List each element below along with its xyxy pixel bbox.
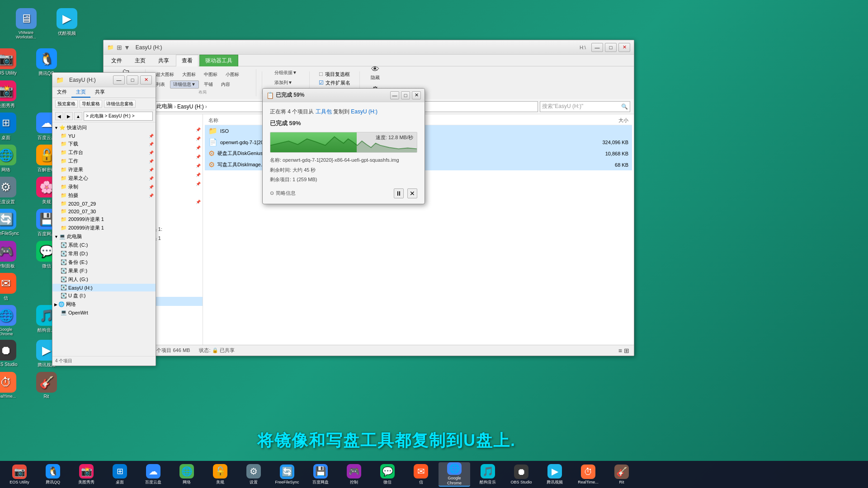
second-tree-2020-29[interactable]: 📁 2020_07_29 xyxy=(52,200,156,207)
pause-btn[interactable]: ⏸ xyxy=(394,188,404,198)
detail-btn[interactable]: 详细信息▼ xyxy=(170,80,199,89)
taskbar-tengxun[interactable]: ▶ 腾讯视频 xyxy=(539,462,571,487)
second-tree-yingguozx[interactable]: 📁 迎果之心 📌 xyxy=(52,174,156,183)
second-up-btn[interactable]: ▲ xyxy=(74,112,82,120)
desktop-icon-youku[interactable]: ▶ 优酷视频 xyxy=(49,8,85,39)
sidebar-icon-meitu[interactable]: 📸 美图秀秀 xyxy=(0,80,24,109)
taskbar-wechat[interactable]: 💬 微信 xyxy=(372,462,403,487)
second-tree-200999b[interactable]: 📁 200999许逆果 1 xyxy=(52,224,156,232)
taskbar-meigui[interactable]: 🔓 美规 xyxy=(204,462,236,487)
desktop-icon-vmware[interactable]: 🖥 VMwareWorkstati... xyxy=(8,8,44,39)
dialog-minimize-btn[interactable]: — xyxy=(390,91,399,99)
medium-icon-btn[interactable]: 中图标 xyxy=(201,70,221,79)
dest-link[interactable]: EasyU (H:) xyxy=(351,108,377,115)
second-tab-file[interactable]: 文件 xyxy=(52,87,71,98)
second-tree-quickaccess[interactable]: ▼ ⭐ 快速访问 xyxy=(52,123,156,132)
file-ext-toggle[interactable]: ☑ 文件扩展名 xyxy=(319,80,350,86)
taskbar-freefilesync[interactable]: 🔄 FreeFileSync xyxy=(271,462,303,487)
taskbar-eos[interactable]: 📷 EOS Utility xyxy=(4,462,35,487)
second-tree-xuguo[interactable]: 📁 许逆果 📌 xyxy=(52,165,156,174)
add-column-btn[interactable]: 添加列▼ xyxy=(271,79,300,87)
taskbar-ctrl[interactable]: 🎮 控制 xyxy=(338,462,370,487)
sidebar-icon-xin[interactable]: ✉ 信 xyxy=(0,273,24,301)
second-tree-h[interactable]: 💽 EasyU (H:) xyxy=(52,284,156,291)
taskbar-xin[interactable]: ✉ 信 xyxy=(405,462,437,487)
second-minimize-btn[interactable]: — xyxy=(113,75,125,84)
toggle-details-btn[interactable]: ⊙ 简略信息 xyxy=(270,190,296,197)
sidebar-icon-win10[interactable]: ⊞ 桌面 xyxy=(0,113,24,141)
hide-btn[interactable]: 👁 隐藏 xyxy=(369,64,382,82)
taskbar-obs[interactable]: ⏺ OBS Studio xyxy=(505,462,537,487)
tab-file[interactable]: 文件 xyxy=(105,55,128,66)
sidebar-icon-obs[interactable]: ⏺ OBS Studio xyxy=(0,340,24,368)
second-maximize-btn[interactable]: □ xyxy=(127,75,138,84)
small-icon-btn[interactable]: 小图标 xyxy=(222,70,242,79)
taskbar-network[interactable]: 🌐 网络 xyxy=(171,462,203,487)
second-tab-share[interactable]: 共享 xyxy=(90,87,109,98)
sidebar-icon-eos[interactable]: 📷 EOS Utility xyxy=(0,48,24,77)
view-grid-btn[interactable]: ⊞ xyxy=(624,347,629,354)
cancel-btn[interactable]: ✕ xyxy=(407,188,417,198)
second-tree-c[interactable]: 💽 系统 (C:) xyxy=(52,241,156,249)
second-tree-openwrt[interactable]: 💻 OpenWrt xyxy=(52,309,156,316)
view-list-btn[interactable]: ≡ xyxy=(618,347,622,354)
tile-btn[interactable]: 平铺 xyxy=(201,80,216,89)
second-tree-200999a[interactable]: 📁 200999许逆果 1 xyxy=(52,215,156,224)
second-tab-home[interactable]: 主页 xyxy=(71,87,90,98)
close-btn[interactable]: ✕ xyxy=(618,43,630,52)
second-forward-btn[interactable]: ▶ xyxy=(65,112,73,120)
tab-home[interactable]: 主页 xyxy=(129,55,151,66)
item-checkbox-toggle[interactable]: ☐ 项目复选框 xyxy=(319,71,350,78)
taskbar-kugou[interactable]: 🎵 酷狗音乐 xyxy=(472,462,504,487)
taskbar-qq[interactable]: 🐧 腾讯QQ xyxy=(37,462,69,487)
tab-view[interactable]: 查看 xyxy=(176,55,198,66)
second-close-btn[interactable]: ✕ xyxy=(140,75,152,84)
sidebar-icon-network[interactable]: 🌐 网络 xyxy=(0,145,24,173)
second-tree-2020-30[interactable]: 📁 2020_07_30 xyxy=(52,207,156,215)
second-back-btn[interactable]: ◀ xyxy=(55,112,63,120)
xlarge-icon-btn[interactable]: 超大图标 xyxy=(153,70,177,79)
second-tree-download[interactable]: 📁 下载 📌 xyxy=(52,140,156,148)
second-tree-yu[interactable]: 📁 YU 📌 xyxy=(52,132,156,140)
minimize-btn[interactable]: — xyxy=(591,43,603,52)
second-tree-thispc[interactable]: ▼ 💻 此电脑 xyxy=(52,232,156,241)
dialog-close-btn[interactable]: ✕ xyxy=(412,91,421,99)
second-detail-btn[interactable]: 详细信息窗格 xyxy=(104,100,136,108)
second-tree-i[interactable]: 💽 U 盘 (I:) xyxy=(52,291,156,300)
content-btn[interactable]: 内容 xyxy=(218,80,233,89)
second-tree-g[interactable]: 💽 闲人 (G:) xyxy=(52,275,156,284)
second-preview-btn[interactable]: 预览窗格 xyxy=(55,100,78,108)
second-tree-network[interactable]: ▶ 🌐 网络 xyxy=(52,300,156,309)
group-by-btn[interactable]: 分组依据▼ xyxy=(271,69,300,77)
dialog-maximize-btn[interactable]: □ xyxy=(401,91,410,99)
sidebar-icon-rit[interactable]: 🎸 Rit xyxy=(28,372,65,399)
second-address-input[interactable] xyxy=(84,112,153,121)
second-tree-d[interactable]: 💽 常用 (D:) xyxy=(52,249,156,258)
sidebar-icon-chrome[interactable]: 🌐 GoogleChrome xyxy=(0,305,24,336)
taskbar-rit[interactable]: 🎸 Rit xyxy=(606,462,637,487)
second-tree-f[interactable]: 💽 果果 (F:) xyxy=(52,267,156,275)
second-tree-worktable[interactable]: 📁 工作台 📌 xyxy=(52,148,156,157)
taskbar-baiduyun[interactable]: ☁ 百度云盘 xyxy=(137,462,169,487)
source-link[interactable]: 工具包 xyxy=(316,108,332,115)
taskbar-baidupan[interactable]: 💾 百度网盘 xyxy=(305,462,336,487)
taskbar-realtime[interactable]: ⏱ RealTime... xyxy=(572,462,604,487)
second-tree-record[interactable]: 📁 录制 📌 xyxy=(52,183,156,191)
sidebar-icon-ctrl[interactable]: 🎮 控制面板 xyxy=(0,241,24,269)
tab-share[interactable]: 共享 xyxy=(152,55,175,66)
sidebar-icon-realtime[interactable]: ⏱ RealTime... xyxy=(0,372,24,399)
taskbar-settings[interactable]: ⚙ 设置 xyxy=(238,462,269,487)
second-tree-e[interactable]: 💽 备份 (E:) xyxy=(52,258,156,267)
tab-drive-tools[interactable]: 驱动器工具 xyxy=(199,55,238,66)
maximize-btn[interactable]: □ xyxy=(605,43,617,52)
taskbar-meitu[interactable]: 📸 美图秀秀 xyxy=(71,462,102,487)
large-icon-btn[interactable]: 大图标 xyxy=(179,70,199,79)
desktop-icon-guo[interactable]: 🌐 guo xyxy=(0,8,4,39)
sidebar-icon-freefilesync[interactable]: 🔄 FreeFileSync xyxy=(0,209,24,237)
second-tree-work[interactable]: 📁 工作 📌 xyxy=(52,157,156,165)
taskbar-chrome[interactable]: 🌐 GoogleChrome xyxy=(439,462,470,487)
search-box[interactable]: 搜索"EasyU (H:)" 🔍 xyxy=(540,101,630,112)
second-tree-photo[interactable]: 📁 拍摄 📌 xyxy=(52,191,156,200)
taskbar-desktop[interactable]: ⊞ 桌面 xyxy=(104,462,136,487)
second-nav-btn[interactable]: 导航窗格 xyxy=(80,100,102,108)
